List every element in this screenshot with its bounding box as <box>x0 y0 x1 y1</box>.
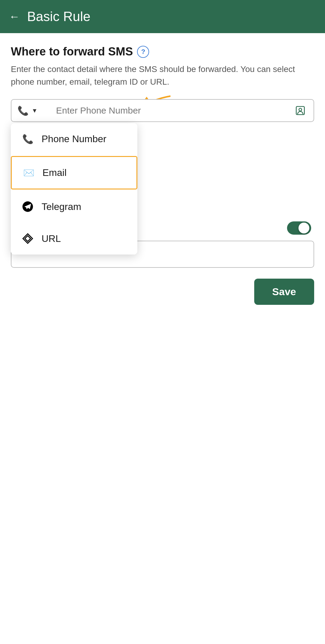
dropdown-item-email-label: Email <box>42 167 67 178</box>
dropdown-item-email[interactable]: ✉️ Email <box>11 156 137 189</box>
svg-marker-4 <box>25 236 31 242</box>
back-button[interactable]: ← <box>9 10 20 23</box>
dropdown-item-telegram[interactable]: Telegram <box>11 191 137 223</box>
chevron-down-icon: ▼ <box>32 107 38 114</box>
app-header: ← Basic Rule <box>0 0 325 33</box>
option-toggle[interactable] <box>287 221 311 235</box>
page-title: Basic Rule <box>27 9 90 24</box>
dropdown-item-phone-label: Phone Number <box>42 133 106 145</box>
type-dropdown: 📞 Phone Number ✉️ Email Telegram <box>11 123 137 255</box>
forward-input-row: 📞 ▼ <box>11 99 314 122</box>
toggle-knob <box>298 223 309 233</box>
email-option-icon: ✉️ <box>23 167 35 178</box>
dropdown-item-url[interactable]: URL <box>11 223 137 255</box>
phone-option-icon: 📞 <box>22 134 34 144</box>
toggle-area <box>287 221 311 235</box>
dropdown-item-phone[interactable]: 📞 Phone Number <box>11 123 137 155</box>
contact-icon <box>295 105 306 116</box>
telegram-option-icon <box>22 201 34 212</box>
phone-icon: 📞 <box>17 105 29 116</box>
section-title: Where to forward SMS <box>11 45 133 58</box>
contact-picker-button[interactable] <box>287 99 314 122</box>
save-button[interactable]: Save <box>254 279 314 305</box>
section-description: Enter the contact detail where the SMS s… <box>11 63 314 88</box>
svg-point-1 <box>299 108 302 111</box>
input-container: 📞 ▼ 📞 Phone Number ✉ <box>11 99 314 122</box>
help-icon-button[interactable]: ? <box>137 46 149 58</box>
type-selector-button[interactable]: 📞 ▼ <box>11 99 50 122</box>
save-row: Save <box>11 279 314 305</box>
main-content: Where to forward SMS ? Enter the contact… <box>0 33 325 644</box>
dropdown-item-url-label: URL <box>42 233 61 244</box>
url-option-icon <box>22 233 34 244</box>
phone-number-input[interactable] <box>50 99 287 122</box>
section-title-row: Where to forward SMS ? <box>11 45 314 58</box>
dropdown-item-telegram-label: Telegram <box>42 201 81 212</box>
